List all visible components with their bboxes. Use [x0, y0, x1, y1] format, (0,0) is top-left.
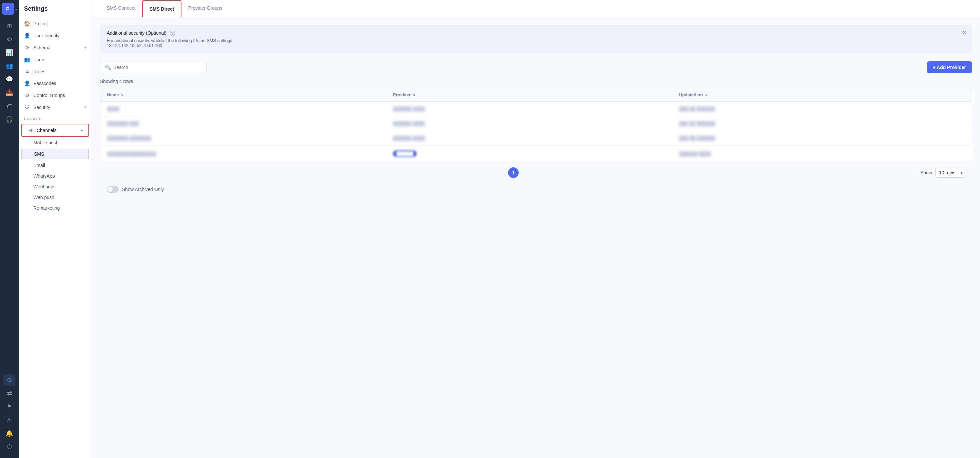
control-groups-icon: ⚙: [24, 92, 30, 98]
cell-name-3: ███████ ███████: [107, 136, 393, 141]
search-icon: 🔍: [105, 65, 111, 70]
sms-label: SMS: [34, 151, 44, 157]
sidebar-item-label: Passcodes: [33, 81, 56, 86]
avatar-chevron-icon: ▾: [15, 8, 17, 11]
channels-icon: 🖨: [27, 127, 33, 133]
col-name-label: Name: [107, 92, 119, 97]
sidebar-item-label: Roles: [33, 69, 45, 74]
sidebar-title: Settings: [19, 5, 92, 17]
col-provider-label: Provider: [393, 92, 410, 97]
alert-close-button[interactable]: ✕: [962, 29, 967, 36]
icon-rail: P ▾ ⊞ ✆ 📊 👥 💬 📥 🏷 🎧 ⚙ ⇄ ⚑ ⚠ 🔔 ⬡: [0, 0, 19, 458]
chart-icon[interactable]: 📊: [3, 47, 15, 59]
col-updated[interactable]: Updated on ⇅: [679, 92, 965, 97]
schema-chevron-icon: ▾: [84, 46, 86, 50]
sidebar-item-users[interactable]: 👥 Users: [19, 54, 92, 66]
sidebar-item-label: Schema: [33, 45, 50, 50]
search-input[interactable]: [113, 65, 202, 70]
page-1-button[interactable]: 1: [508, 167, 519, 178]
hierarchy-icon[interactable]: ⬡: [3, 441, 15, 453]
cell-provider-2: ██████ ████: [393, 121, 679, 126]
users-nav-icon: 👥: [24, 57, 30, 63]
mobile-push-label: Mobile push: [33, 140, 59, 145]
sort-name-icon[interactable]: ⇅: [121, 93, 123, 97]
table-row[interactable]: ███████ ███ ██████ ████ ███ ██ ██████: [100, 116, 972, 131]
sidebar-sub-mobile-push[interactable]: Mobile push: [19, 137, 92, 148]
rail-bottom: ⚙ ⇄ ⚑ ⚠ 🔔 ⬡: [3, 374, 15, 455]
security-icon: 🛡: [24, 105, 30, 110]
inbox-icon[interactable]: 📥: [3, 87, 15, 99]
security-chevron-icon: ▾: [84, 105, 86, 109]
show-rows-control: Show 10 rows 25 rows 50 rows: [920, 168, 965, 177]
toggle-knob: [107, 187, 113, 192]
avatar[interactable]: P: [2, 3, 14, 15]
search-box[interactable]: 🔍: [100, 62, 207, 73]
rows-select-wrapper[interactable]: 10 rows 25 rows 50 rows: [935, 168, 965, 177]
sidebar-sub-webhooks[interactable]: Webhooks: [19, 181, 92, 192]
sidebar-item-label: Project: [33, 21, 48, 26]
archive-label: Show Archived Only: [122, 187, 164, 192]
providers-table: Name ⇅ Provider ⇅ Updated on ⇅ ████ ████…: [100, 88, 972, 162]
sidebar-item-roles[interactable]: 🖥 Roles: [19, 66, 92, 77]
sidebar-sub-whatsapp[interactable]: WhatsApp: [19, 171, 92, 181]
sidebar-item-label: Security: [33, 105, 50, 110]
sidebar-sub-sms[interactable]: SMS: [21, 149, 89, 159]
content-area: ✕ Additional security (Optional) ? For a…: [92, 17, 980, 458]
tab-sms-direct[interactable]: SMS Direct: [142, 0, 181, 17]
sidebar-item-label: User Identity: [33, 33, 60, 38]
users-icon[interactable]: 👥: [3, 60, 15, 72]
cell-name-1: ████: [107, 106, 393, 111]
alert-ips: 13.124.142.16, 52.79.51.100: [107, 43, 965, 48]
tabs-bar: SMS Connect SMS Direct Provider Groups: [92, 0, 980, 17]
channels-menu-item[interactable]: 🖨 Channels ▴: [21, 124, 89, 137]
sidebar-item-control-groups[interactable]: ⚙ Control Groups: [19, 89, 92, 101]
col-provider[interactable]: Provider ⇅: [393, 92, 679, 97]
phone-icon[interactable]: ✆: [3, 33, 15, 45]
chat-icon[interactable]: 💬: [3, 73, 15, 86]
sidebar-item-user-identity[interactable]: 👤 User Identity: [19, 30, 92, 42]
sidebar-item-passcodes[interactable]: 👤 Passcodes: [19, 77, 92, 89]
add-provider-button[interactable]: + Add Provider: [927, 61, 972, 73]
rows-per-page-select[interactable]: 10 rows 25 rows 50 rows: [935, 168, 965, 177]
table-row[interactable]: ████ ██████ ████ ███ ██ ██████: [100, 101, 972, 116]
sidebar-item-project[interactable]: 🏠 Project: [19, 17, 92, 30]
sidebar-item-label: Control Groups: [33, 93, 65, 98]
notification-icon[interactable]: 🔔: [3, 427, 15, 439]
integration-icon[interactable]: ⇄: [3, 387, 15, 399]
roles-icon: 🖥: [24, 69, 30, 74]
sidebar-item-label: Users: [33, 57, 46, 62]
cell-provider-3: ██████ ████: [393, 136, 679, 141]
tab-provider-groups[interactable]: Provider Groups: [181, 0, 229, 17]
passcodes-icon: 👤: [24, 80, 30, 86]
settings-icon[interactable]: ⚙: [3, 374, 15, 386]
table-row[interactable]: ███████ ███████ ██████ ████ ███ ██ █████…: [100, 131, 972, 146]
tag-icon[interactable]: 🏷: [3, 100, 15, 112]
sidebar-sub-web-push[interactable]: Web push: [19, 192, 92, 203]
col-name[interactable]: Name ⇅: [107, 92, 393, 97]
provider-badge: ██████: [393, 151, 417, 157]
sidebar-item-security[interactable]: 🛡 Security ▾: [19, 101, 92, 113]
remarketing-label: Remarketing: [33, 205, 60, 211]
support-icon[interactable]: 🎧: [3, 113, 15, 125]
tab-sms-connect[interactable]: SMS Connect: [100, 0, 142, 17]
sidebar-sub-remarketing[interactable]: Remarketing: [19, 203, 92, 213]
channels-chevron-icon: ▴: [81, 128, 83, 132]
archive-toggle[interactable]: [107, 186, 119, 193]
pagination-bar: 1 Show 10 rows 25 rows 50 rows: [100, 162, 972, 181]
sort-provider-icon[interactable]: ⇅: [413, 93, 415, 97]
cell-name-2: ███████ ███: [107, 121, 393, 126]
row-count: Showing 4 rows: [100, 79, 972, 84]
sort-updated-icon[interactable]: ⇅: [705, 93, 708, 97]
cell-provider-1: ██████ ████: [393, 106, 679, 111]
grid-icon[interactable]: ⊞: [3, 20, 15, 32]
sidebar-item-schema[interactable]: ⚙ Schema ▾: [19, 42, 92, 54]
table-row[interactable]: ████████████████ ██████ ██████ ████: [100, 146, 972, 162]
flag-icon[interactable]: ⚑: [3, 401, 15, 413]
cell-updated-2: ███ ██ ██████: [679, 121, 965, 126]
show-rows-label: Show: [920, 170, 932, 175]
alert-help-icon[interactable]: ?: [170, 31, 175, 36]
alert-icon[interactable]: ⚠: [3, 414, 15, 426]
sidebar-sub-email[interactable]: Email: [19, 160, 92, 171]
project-icon: 🏠: [24, 21, 30, 27]
toolbar: 🔍 + Add Provider: [100, 61, 972, 73]
